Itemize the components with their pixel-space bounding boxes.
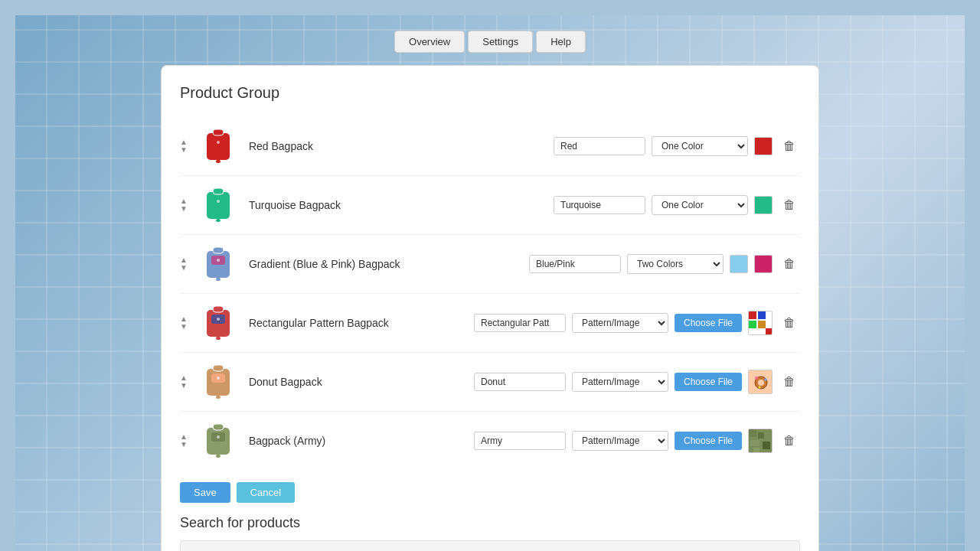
svg-rect-39 xyxy=(213,424,224,430)
svg-rect-18 xyxy=(216,337,220,340)
delete-button[interactable]: 🗑 xyxy=(779,197,800,214)
sort-handle[interactable]: ▲▼ xyxy=(180,315,188,331)
product-controls: One ColorTwo ColorsPattern/Image🗑 xyxy=(554,136,800,156)
color-name-input[interactable] xyxy=(529,255,621,273)
product-row: ▲▼ Gradient (Blue & Pink) BagpackOne Col… xyxy=(180,235,800,294)
product-thumbnail xyxy=(197,302,240,344)
tab-overview[interactable]: Overview xyxy=(394,31,465,53)
save-button[interactable]: Save xyxy=(180,482,230,503)
svg-point-34 xyxy=(755,377,758,380)
product-thumbnail xyxy=(197,243,240,285)
tab-settings[interactable]: Settings xyxy=(468,31,533,53)
product-controls: One ColorTwo ColorsPattern/Image🗑 xyxy=(554,195,800,215)
color-type-select[interactable]: One ColorTwo ColorsPattern/Image xyxy=(572,313,668,333)
svg-rect-12 xyxy=(213,247,224,253)
svg-point-36 xyxy=(759,386,761,389)
delete-button[interactable]: 🗑 xyxy=(779,138,800,155)
delete-button[interactable]: 🗑 xyxy=(779,315,800,331)
delete-button[interactable]: 🗑 xyxy=(779,432,800,449)
search-container: 🔍 Bagpack (Army)BAG-006 xyxy=(180,540,800,551)
product-name: Red Bagpack xyxy=(249,140,544,152)
product-group-panel: Product Group ▲▼ Red BagpackOne ColorTwo… xyxy=(161,65,819,551)
product-thumbnail xyxy=(197,419,240,462)
color-type-select[interactable]: One ColorTwo ColorsPattern/Image xyxy=(652,195,748,215)
panel-title: Product Group xyxy=(180,84,800,102)
color-name-input[interactable] xyxy=(554,196,645,214)
svg-rect-3 xyxy=(216,160,220,163)
choose-file-button[interactable]: Choose File xyxy=(675,432,742,450)
sort-handle[interactable]: ▲▼ xyxy=(180,197,188,213)
choose-file-button[interactable]: Choose File xyxy=(675,373,742,391)
product-name: Gradient (Blue & Pink) Bagpack xyxy=(249,258,520,270)
sort-handle[interactable]: ▲▼ xyxy=(180,139,188,154)
color-swatch-1[interactable] xyxy=(730,255,748,273)
svg-point-9 xyxy=(217,200,220,203)
product-row: ▲▼ Donut BagpackOne ColorTwo ColorsPatte… xyxy=(180,353,800,412)
product-name: Rectangular Pattern Bagpack xyxy=(249,317,465,329)
svg-rect-28 xyxy=(213,365,224,371)
product-row: ▲▼ Turquoise BagpackOne ColorTwo ColorsP… xyxy=(180,176,800,235)
pattern-thumbnail xyxy=(748,429,773,453)
delete-button[interactable]: 🗑 xyxy=(779,256,800,272)
svg-rect-40 xyxy=(216,455,220,458)
svg-rect-2 xyxy=(213,129,224,135)
product-controls: One ColorTwo ColorsPattern/ImageChoose F… xyxy=(474,311,800,335)
sort-handle[interactable]: ▲▼ xyxy=(180,433,188,448)
choose-file-button[interactable]: Choose File xyxy=(675,314,742,332)
svg-rect-46 xyxy=(763,442,770,449)
svg-point-19 xyxy=(217,318,220,321)
cancel-button[interactable]: Cancel xyxy=(237,482,295,503)
svg-rect-22 xyxy=(758,311,766,319)
product-name: Turquoise Bagpack xyxy=(249,199,544,211)
color-swatch-2[interactable] xyxy=(754,255,773,273)
svg-point-4 xyxy=(217,141,220,144)
svg-rect-44 xyxy=(758,432,764,439)
color-name-input[interactable] xyxy=(474,432,566,450)
product-controls: One ColorTwo ColorsPattern/Image🗑 xyxy=(529,254,800,274)
svg-rect-25 xyxy=(766,328,773,335)
product-row: ▲▼ Rectangular Pattern BagpackOne ColorT… xyxy=(180,294,800,353)
product-thumbnail xyxy=(197,184,240,227)
product-list: ▲▼ Red BagpackOne ColorTwo ColorsPattern… xyxy=(180,117,800,470)
color-name-input[interactable] xyxy=(474,373,566,391)
pattern-thumbnail xyxy=(748,370,773,394)
svg-rect-45 xyxy=(750,440,760,446)
svg-rect-17 xyxy=(213,306,224,312)
svg-rect-21 xyxy=(749,311,756,319)
search-title: Search for products xyxy=(180,515,800,531)
product-row: ▲▼ Bagpack (Army)One ColorTwo ColorsPatt… xyxy=(180,412,800,470)
action-buttons: Save Cancel xyxy=(180,482,800,503)
product-controls: One ColorTwo ColorsPattern/ImageChoose F… xyxy=(474,370,800,394)
color-name-input[interactable] xyxy=(474,314,566,332)
color-swatch-1[interactable] xyxy=(754,196,773,214)
svg-point-33 xyxy=(758,380,764,386)
svg-point-30 xyxy=(217,377,220,380)
svg-rect-23 xyxy=(749,321,756,328)
nav-tabs: Overview Settings Help xyxy=(394,31,586,53)
color-swatch-1[interactable] xyxy=(754,137,773,155)
sort-handle[interactable]: ▲▼ xyxy=(180,374,188,390)
svg-rect-24 xyxy=(758,321,766,328)
svg-rect-7 xyxy=(213,188,224,194)
product-thumbnail xyxy=(197,360,240,403)
svg-rect-47 xyxy=(753,448,760,453)
tab-help[interactable]: Help xyxy=(536,31,586,53)
color-type-select[interactable]: One ColorTwo ColorsPattern/Image xyxy=(652,136,748,156)
product-row: ▲▼ Red BagpackOne ColorTwo ColorsPattern… xyxy=(180,117,800,176)
color-type-select[interactable]: One ColorTwo ColorsPattern/Image xyxy=(572,372,668,392)
svg-point-35 xyxy=(765,379,767,381)
color-type-select[interactable]: One ColorTwo ColorsPattern/Image xyxy=(627,254,724,274)
svg-point-41 xyxy=(217,435,220,439)
color-name-input[interactable] xyxy=(554,137,645,155)
pattern-thumbnail xyxy=(748,311,773,335)
product-name: Donut Bagpack xyxy=(249,376,465,388)
svg-rect-43 xyxy=(749,429,756,437)
product-thumbnail xyxy=(197,125,240,168)
product-controls: One ColorTwo ColorsPattern/ImageChoose F… xyxy=(474,429,800,453)
svg-rect-8 xyxy=(216,219,220,222)
svg-point-14 xyxy=(217,259,220,262)
sort-handle[interactable]: ▲▼ xyxy=(180,256,188,272)
color-type-select[interactable]: One ColorTwo ColorsPattern/Image xyxy=(572,431,668,451)
svg-rect-13 xyxy=(216,278,220,281)
delete-button[interactable]: 🗑 xyxy=(779,373,800,390)
